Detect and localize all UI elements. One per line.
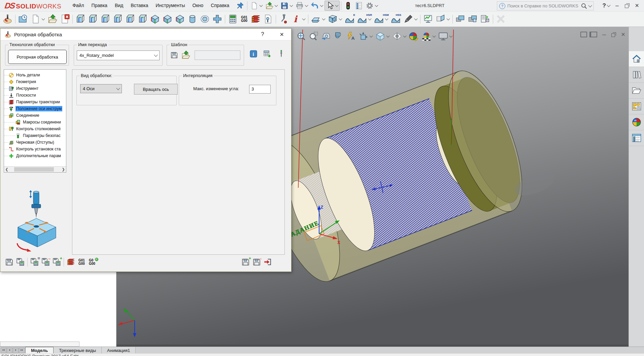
coordsys-5[interactable] <box>124 13 136 25</box>
tree-levels[interactable]: Плоскости <box>4 92 66 99</box>
simulation[interactable] <box>434 13 451 25</box>
help-dropdown-icon[interactable] <box>607 3 610 7</box>
coordsys-3[interactable] <box>99 13 111 25</box>
solid-model-1[interactable] <box>149 13 161 25</box>
dropdown-arrow-icon[interactable] <box>305 4 308 7</box>
options-list[interactable] <box>353 1 364 11</box>
previous-view[interactable] <box>320 30 332 42</box>
pane-icon-2[interactable] <box>589 32 597 37</box>
tab-анимация1[interactable]: Анимация1 <box>102 347 136 354</box>
save-and-exit[interactable]: → <box>251 257 262 267</box>
dropdown-arrow-icon[interactable] <box>260 4 263 7</box>
display-style[interactable] <box>374 30 391 42</box>
dropdown-arrow-icon[interactable] <box>370 34 373 38</box>
dialog-help-button[interactable]: ? <box>257 29 268 40</box>
view-orientation[interactable] <box>357 30 374 42</box>
tree-geometry[interactable]: Геометрия <box>4 78 66 85</box>
minimize-button[interactable]: – <box>612 0 622 11</box>
tree-scrollbar[interactable]: ❮ ❯ <box>4 166 66 172</box>
help-button[interactable]: ? <box>603 2 606 9</box>
dropdown-arrow-icon[interactable] <box>335 4 339 7</box>
tree-gouge-check[interactable]: Контроль столкновений <box>4 126 66 132</box>
open-document[interactable] <box>264 1 279 11</box>
combo-chevron-icon[interactable] <box>116 86 120 90</box>
machining-type-combo[interactable]: 4 Оси <box>80 84 122 93</box>
settings-gear[interactable] <box>364 1 379 11</box>
apply-scene[interactable] <box>420 30 437 42</box>
taskpane-home[interactable] <box>629 51 644 67</box>
tree-link[interactable]: Соединение <box>4 112 66 119</box>
coordsys-2[interactable] <box>87 13 99 25</box>
menu-файл[interactable]: Файл <box>69 0 88 11</box>
op-2-5d[interactable] <box>310 13 327 25</box>
doc-restore-button[interactable] <box>611 32 616 37</box>
hide-show-items[interactable] <box>391 30 408 42</box>
taskpane-custom-properties[interactable] <box>629 130 644 146</box>
tree-misc-params[interactable]: Дополнительные парам <box>4 152 66 159</box>
taskpane-file-explorer[interactable] <box>629 83 644 99</box>
gcode-document[interactable] <box>262 13 274 25</box>
tree-setup-check[interactable]: Контроль установок ста <box>4 146 66 152</box>
stock-model[interactable] <box>186 13 199 25</box>
add-operation[interactable] <box>211 13 224 25</box>
scroll-left-icon[interactable]: ❮ <box>4 167 9 172</box>
dropdown-arrow-icon[interactable] <box>385 17 388 21</box>
machine-monitor[interactable] <box>422 13 434 25</box>
taskpane-view-palette[interactable] <box>629 99 644 114</box>
hsr[interactable]: HSR <box>356 13 373 25</box>
menu-правка[interactable]: Правка <box>88 0 111 11</box>
rebuild-lights[interactable] <box>343 1 353 11</box>
tab-nav-0[interactable]: ⏴⏴ <box>1 348 6 353</box>
max-angle-change-input[interactable]: 3 <box>249 85 271 94</box>
solidcam-home[interactable] <box>1 13 14 25</box>
dropdown-arrow-icon[interactable] <box>339 17 342 21</box>
tool-preview[interactable] <box>276 49 286 59</box>
tool-table[interactable] <box>277 13 290 25</box>
combo-chevron-icon[interactable] <box>154 53 158 57</box>
taskpane-appearances-scenes[interactable] <box>629 114 644 130</box>
dropdown-arrow-icon[interactable] <box>375 4 378 7</box>
op-3d[interactable] <box>327 13 343 25</box>
tree-safety-params[interactable]: Параметры безопас <box>4 132 66 139</box>
menu-вид[interactable]: Вид <box>111 0 127 11</box>
save[interactable] <box>279 1 294 11</box>
hss[interactable]: HSS <box>389 13 402 25</box>
dropdown-arrow-icon[interactable] <box>403 34 407 38</box>
rotate-axis-button[interactable]: Вращать ось <box>134 84 178 95</box>
tab-nav-3[interactable]: ⏵⏵ <box>19 348 25 353</box>
dropdown-arrow-icon[interactable] <box>433 34 436 38</box>
dropdown-arrow-icon[interactable] <box>386 34 390 38</box>
gcode-g0-sim[interactable]: G0G00 <box>87 258 97 266</box>
new-cam-part[interactable] <box>29 13 46 25</box>
section-view[interactable] <box>332 30 345 42</box>
search-input[interactable]: Поиск в Справке по SOLIDWORKS <box>507 3 579 8</box>
info[interactable] <box>290 13 307 25</box>
tree-tool-axis-position[interactable]: Положение оси инструм <box>4 105 66 112</box>
engraving[interactable] <box>402 13 419 25</box>
taskpane-design-library[interactable] <box>629 67 644 83</box>
tree-zero-point[interactable]: Ноль детали <box>4 72 66 78</box>
save-calc-gcode[interactable]: ≡ <box>29 257 40 267</box>
new-document[interactable] <box>249 1 264 11</box>
recent-cam-parts[interactable] <box>17 13 29 25</box>
restore-button[interactable] <box>625 3 629 8</box>
tab-трехмерные виды[interactable]: Трехмерные виды <box>54 347 102 354</box>
open-cam-part[interactable] <box>46 13 59 25</box>
menu-окно[interactable]: Окно <box>189 0 207 11</box>
dropdown-arrow-icon[interactable] <box>449 34 453 38</box>
dropdown-arrow-icon[interactable] <box>320 4 324 7</box>
close-button[interactable]: × <box>632 0 642 11</box>
tree-roughing[interactable]: Черновая (Отступы) <box>4 139 66 146</box>
dialog-close-button[interactable]: × <box>275 29 289 40</box>
print[interactable] <box>294 1 309 11</box>
tab-модель[interactable]: Модель <box>25 347 54 354</box>
pane-icon-1[interactable] <box>580 32 587 37</box>
dropdown-arrow-icon[interactable] <box>290 4 293 7</box>
doc-close-button[interactable]: × <box>621 31 625 38</box>
template-open-icon[interactable] <box>181 50 190 60</box>
tree-tool[interactable]: Инструмент <box>4 85 66 92</box>
edit-appearance[interactable] <box>408 30 420 42</box>
search-dropdown-icon[interactable] <box>588 3 592 7</box>
search-icon[interactable] <box>581 3 587 9</box>
calculate[interactable] <box>227 13 239 25</box>
